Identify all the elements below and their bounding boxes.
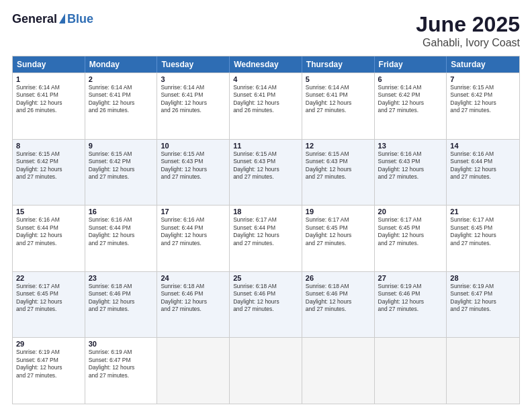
day-empty-5	[447, 338, 519, 404]
day-2: 2 Sunrise: 6:14 AMSunset: 6:41 PMDayligh…	[85, 73, 158, 139]
day-22: 22 Sunrise: 6:17 AMSunset: 6:45 PMDaylig…	[13, 272, 85, 338]
title-block: June 2025 Gahabli, Ivory Coast	[416, 12, 520, 49]
week-2: 8 Sunrise: 6:15 AMSunset: 6:42 PMDayligh…	[13, 139, 519, 205]
day-empty-1	[157, 338, 230, 404]
calendar-body: 1 Sunrise: 6:14 AMSunset: 6:41 PMDayligh…	[13, 73, 519, 404]
calendar-title: June 2025	[416, 12, 520, 37]
day-17: 17 Sunrise: 6:16 AMSunset: 6:44 PMDaylig…	[157, 205, 230, 271]
day-10: 10 Sunrise: 6:15 AMSunset: 6:43 PMDaylig…	[157, 140, 230, 205]
day-13: 13 Sunrise: 6:16 AMSunset: 6:43 PMDaylig…	[375, 140, 447, 205]
day-30: 30 Sunrise: 6:19 AMSunset: 6:47 PMDaylig…	[85, 338, 158, 404]
header-tuesday: Tuesday	[157, 56, 230, 73]
day-18: 18 Sunrise: 6:17 AMSunset: 6:44 PMDaylig…	[230, 205, 302, 271]
header: General Blue June 2025 Gahabli, Ivory Co…	[12, 12, 520, 49]
day-1: 1 Sunrise: 6:14 AMSunset: 6:41 PMDayligh…	[13, 73, 85, 139]
header-sunday: Sunday	[13, 56, 85, 73]
page: General Blue June 2025 Gahabli, Ivory Co…	[0, 0, 532, 411]
day-23: 23 Sunrise: 6:18 AMSunset: 6:46 PMDaylig…	[85, 272, 158, 338]
day-4: 4 Sunrise: 6:14 AMSunset: 6:41 PMDayligh…	[230, 73, 302, 139]
day-12: 12 Sunrise: 6:15 AMSunset: 6:43 PMDaylig…	[302, 140, 375, 205]
day-3: 3 Sunrise: 6:14 AMSunset: 6:41 PMDayligh…	[157, 73, 230, 139]
week-3: 15 Sunrise: 6:16 AMSunset: 6:44 PMDaylig…	[13, 205, 519, 271]
calendar-subtitle: Gahabli, Ivory Coast	[416, 37, 520, 49]
logo-triangle-icon	[59, 13, 65, 24]
day-25: 25 Sunrise: 6:18 AMSunset: 6:46 PMDaylig…	[230, 272, 302, 338]
day-5: 5 Sunrise: 6:14 AMSunset: 6:41 PMDayligh…	[302, 73, 375, 139]
day-24: 24 Sunrise: 6:18 AMSunset: 6:46 PMDaylig…	[157, 272, 230, 338]
day-6: 6 Sunrise: 6:14 AMSunset: 6:42 PMDayligh…	[375, 73, 447, 139]
calendar-header-row: Sunday Monday Tuesday Wednesday Thursday…	[13, 56, 519, 73]
header-monday: Monday	[85, 56, 158, 73]
day-27: 27 Sunrise: 6:19 AMSunset: 6:46 PMDaylig…	[375, 272, 447, 338]
day-29: 29 Sunrise: 6:19 AMSunset: 6:47 PMDaylig…	[13, 338, 85, 404]
day-empty-4	[375, 338, 447, 404]
day-21: 21 Sunrise: 6:17 AMSunset: 6:45 PMDaylig…	[447, 205, 519, 271]
day-15: 15 Sunrise: 6:16 AMSunset: 6:44 PMDaylig…	[13, 205, 85, 271]
day-empty-3	[302, 338, 375, 404]
calendar: Sunday Monday Tuesday Wednesday Thursday…	[12, 56, 520, 404]
day-8: 8 Sunrise: 6:15 AMSunset: 6:42 PMDayligh…	[13, 140, 85, 205]
logo-general-text: General	[12, 12, 57, 26]
week-1: 1 Sunrise: 6:14 AMSunset: 6:41 PMDayligh…	[13, 73, 519, 139]
day-28: 28 Sunrise: 6:19 AMSunset: 6:47 PMDaylig…	[447, 272, 519, 338]
header-friday: Friday	[375, 56, 447, 73]
week-5: 29 Sunrise: 6:19 AMSunset: 6:47 PMDaylig…	[13, 337, 519, 404]
day-20: 20 Sunrise: 6:17 AMSunset: 6:45 PMDaylig…	[375, 205, 447, 271]
day-empty-2	[230, 338, 302, 404]
week-4: 22 Sunrise: 6:17 AMSunset: 6:45 PMDaylig…	[13, 271, 519, 338]
day-26: 26 Sunrise: 6:18 AMSunset: 6:46 PMDaylig…	[302, 272, 375, 338]
logo-blue-text: Blue	[67, 12, 93, 26]
header-thursday: Thursday	[302, 56, 375, 73]
day-16: 16 Sunrise: 6:16 AMSunset: 6:44 PMDaylig…	[85, 205, 158, 271]
header-saturday: Saturday	[447, 56, 519, 73]
logo: General Blue	[12, 12, 93, 26]
day-19: 19 Sunrise: 6:17 AMSunset: 6:45 PMDaylig…	[302, 205, 375, 271]
day-9: 9 Sunrise: 6:15 AMSunset: 6:42 PMDayligh…	[85, 140, 158, 205]
day-14: 14 Sunrise: 6:16 AMSunset: 6:44 PMDaylig…	[447, 140, 519, 205]
header-wednesday: Wednesday	[230, 56, 302, 73]
day-11: 11 Sunrise: 6:15 AMSunset: 6:43 PMDaylig…	[230, 140, 302, 205]
day-7: 7 Sunrise: 6:15 AMSunset: 6:42 PMDayligh…	[447, 73, 519, 139]
